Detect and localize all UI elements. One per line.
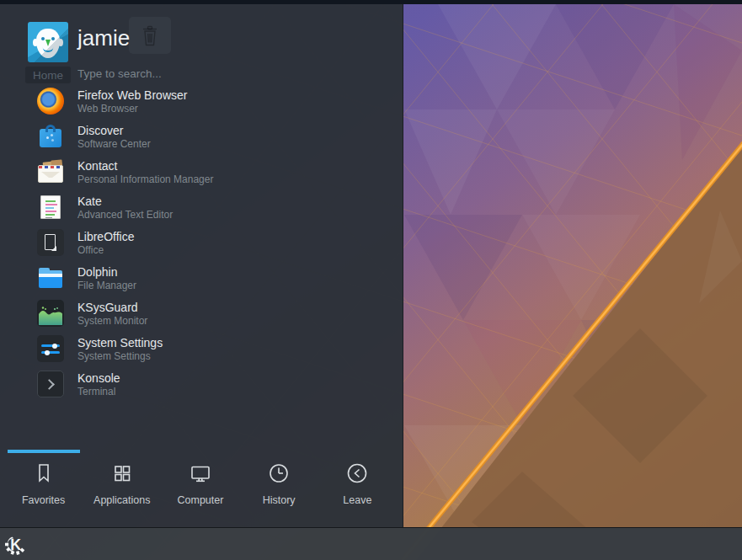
kontact-icon bbox=[37, 158, 64, 185]
app-title: LibreOffice bbox=[77, 230, 134, 244]
app-row-system-settings[interactable]: System Settings System Settings bbox=[0, 331, 403, 366]
tab-label: History bbox=[263, 494, 296, 506]
tab-label: Favorites bbox=[22, 494, 65, 506]
kde-logo: K bbox=[5, 534, 26, 555]
app-title: Firefox Web Browser bbox=[77, 88, 187, 103]
tab-label: Computer bbox=[178, 494, 224, 506]
tab-leave[interactable]: Leave bbox=[318, 450, 397, 506]
kde-launcher-button[interactable]: K bbox=[5, 534, 26, 555]
app-row-discover[interactable]: Discover Software Center bbox=[0, 119, 403, 154]
dolphin-icon bbox=[37, 264, 64, 291]
svg-text:K: K bbox=[10, 536, 21, 553]
ksysguard-icon bbox=[37, 300, 64, 327]
tab-computer[interactable]: Computer bbox=[161, 450, 239, 506]
bookmark-icon bbox=[31, 461, 56, 486]
app-title: Kontact bbox=[77, 159, 213, 173]
username: jamie bbox=[77, 25, 130, 51]
app-row-konsole[interactable]: Konsole Terminal bbox=[0, 366, 403, 402]
app-title: KSysGuard bbox=[77, 301, 147, 315]
app-description: Terminal bbox=[77, 386, 120, 397]
app-description: Software Center bbox=[77, 138, 151, 150]
kate-icon bbox=[37, 194, 64, 221]
app-description: System Monitor bbox=[77, 315, 147, 327]
active-tab-indicator bbox=[8, 450, 80, 453]
monitor-icon bbox=[188, 461, 213, 486]
tab-history[interactable]: History bbox=[240, 450, 318, 506]
app-title: Konsole bbox=[77, 371, 120, 386]
app-row-kontact[interactable]: Kontact Personal Information Manager bbox=[0, 154, 403, 189]
app-description: Advanced Text Editor bbox=[77, 209, 173, 221]
app-row-firefox[interactable]: Firefox Web Browser Web Browser bbox=[0, 83, 403, 119]
app-grid-icon bbox=[109, 461, 135, 486]
home-folder-ghost-label: Home bbox=[25, 67, 71, 83]
app-row-libreoffice[interactable]: LibreOffice Office bbox=[0, 225, 403, 260]
libreoffice-icon bbox=[37, 229, 64, 256]
launcher-tabbar: Favorites Applications Computer bbox=[4, 450, 397, 506]
app-description: Personal Information Manager bbox=[77, 173, 213, 185]
app-row-dolphin[interactable]: Dolphin File Manager bbox=[0, 260, 403, 296]
search-input[interactable] bbox=[76, 64, 295, 83]
desktop-screen: Home jamie Firef bbox=[0, 0, 742, 560]
taskbar: K bbox=[0, 527, 742, 560]
system-settings-icon bbox=[37, 335, 64, 362]
app-title: Dolphin bbox=[77, 265, 136, 280]
app-title: Discover bbox=[77, 124, 151, 138]
app-row-ksysguard[interactable]: KSysGuard System Monitor bbox=[0, 296, 403, 331]
tab-label: Leave bbox=[343, 494, 371, 506]
app-description: Web Browser bbox=[77, 103, 187, 115]
user-avatar[interactable] bbox=[28, 22, 68, 62]
app-description: File Manager bbox=[77, 280, 136, 291]
clock-icon bbox=[266, 461, 291, 486]
konsole-icon bbox=[37, 371, 64, 397]
app-description: Office bbox=[77, 244, 134, 256]
tab-applications[interactable]: Applications bbox=[83, 450, 161, 506]
app-title: System Settings bbox=[77, 336, 163, 350]
leave-icon bbox=[344, 461, 370, 486]
app-row-kate[interactable]: Kate Advanced Text Editor bbox=[0, 189, 403, 225]
tab-favorites[interactable]: Favorites bbox=[4, 450, 83, 506]
trash-icon bbox=[129, 17, 171, 54]
tab-label: Applications bbox=[93, 494, 150, 506]
app-launcher-panel: Home jamie Firef bbox=[0, 4, 403, 527]
discover-icon bbox=[37, 123, 64, 150]
app-title: Kate bbox=[77, 195, 173, 209]
firefox-icon bbox=[37, 88, 64, 115]
app-description: System Settings bbox=[77, 350, 163, 362]
